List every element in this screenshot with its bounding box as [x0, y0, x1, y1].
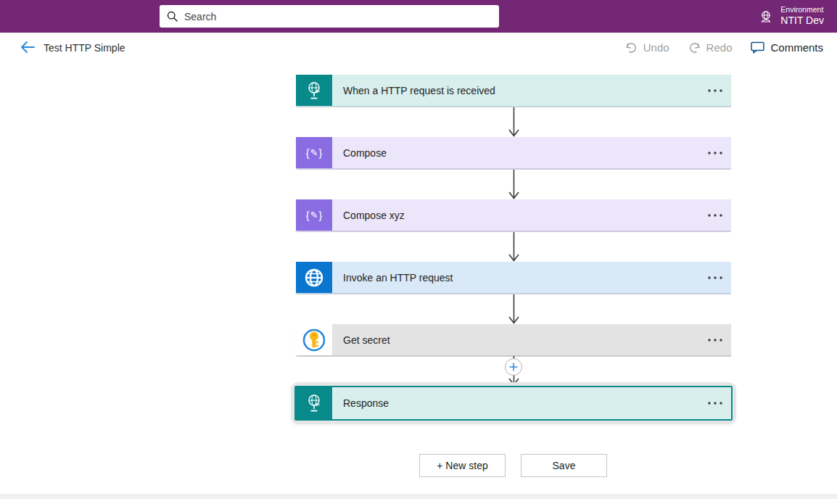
globe-stand-icon — [296, 75, 332, 106]
insert-step-button[interactable] — [505, 358, 522, 376]
connector-arrow — [508, 294, 520, 324]
step-invoke-http-request[interactable]: Invoke an HTTP request — [296, 262, 731, 294]
step-title: Compose — [343, 147, 387, 159]
more-options-icon — [708, 89, 722, 92]
step-get-secret[interactable]: Get secret — [296, 324, 731, 356]
step-menu-button[interactable] — [699, 262, 731, 293]
back-button[interactable] — [19, 39, 36, 57]
more-options-icon — [708, 276, 722, 279]
redo-icon — [688, 42, 701, 54]
step-menu-button[interactable] — [699, 75, 731, 106]
step-menu-button[interactable] — [699, 137, 731, 168]
step-menu-button[interactable] — [699, 324, 731, 355]
more-options-icon — [708, 339, 722, 342]
braces-pencil-icon: {✎} — [296, 199, 332, 231]
step-title: When a HTTP request is received — [343, 85, 495, 96]
undo-icon — [625, 42, 638, 54]
save-button[interactable]: Save — [521, 454, 607, 477]
environment-name: NTIT Dev — [780, 15, 824, 28]
comments-button[interactable]: Comments — [751, 41, 823, 54]
search-box[interactable] — [160, 5, 499, 28]
step-compose-xyz[interactable]: {✎} Compose xyz — [296, 199, 731, 231]
connector-arrow — [508, 170, 520, 199]
flow-canvas: When a HTTP request is received {✎} Comp… — [0, 62, 837, 499]
flow-title: Test HTTP Simple — [44, 42, 125, 54]
new-step-button[interactable]: + New step — [419, 454, 506, 477]
app-header: Environment NTIT Dev — [0, 0, 837, 33]
environment-globe-icon — [759, 9, 773, 24]
comments-label: Comments — [770, 41, 823, 54]
connector-arrow — [508, 232, 520, 262]
more-options-icon — [708, 402, 722, 405]
step-title: Invoke an HTTP request — [343, 272, 453, 284]
connector-arrow — [508, 107, 520, 137]
designer-toolbar: Test HTTP Simple Undo Redo Comments — [0, 33, 837, 62]
search-icon — [167, 11, 178, 22]
key-vault-icon — [296, 324, 332, 355]
step-menu-button[interactable] — [699, 199, 731, 231]
comments-icon — [751, 41, 764, 54]
globe-icon — [296, 262, 332, 293]
canvas-bottom-strip — [0, 494, 837, 499]
more-options-icon — [708, 152, 722, 154]
braces-pencil-icon: {✎} — [296, 137, 332, 168]
more-options-icon — [708, 214, 722, 217]
search-input[interactable] — [184, 11, 492, 22]
step-menu-button[interactable] — [699, 387, 731, 419]
environment-label: Environment — [780, 5, 824, 15]
redo-label: Redo — [706, 41, 733, 54]
step-title: Compose xyz — [343, 210, 405, 221]
undo-label: Undo — [643, 41, 669, 54]
step-title: Get secret — [343, 334, 390, 346]
step-response-selection-halo: Response — [294, 386, 733, 421]
plus-icon — [509, 363, 518, 371]
globe-stand-icon — [296, 387, 332, 419]
step-compose[interactable]: {✎} Compose — [296, 137, 731, 169]
step-title: Response — [343, 397, 389, 409]
step-when-http-request-received[interactable]: When a HTTP request is received — [296, 75, 731, 107]
step-response[interactable]: Response — [294, 386, 733, 421]
back-arrow-icon — [20, 41, 35, 53]
redo-button[interactable]: Redo — [688, 41, 733, 54]
environment-selector[interactable]: Environment NTIT Dev — [759, 0, 824, 33]
undo-button[interactable]: Undo — [625, 41, 669, 54]
